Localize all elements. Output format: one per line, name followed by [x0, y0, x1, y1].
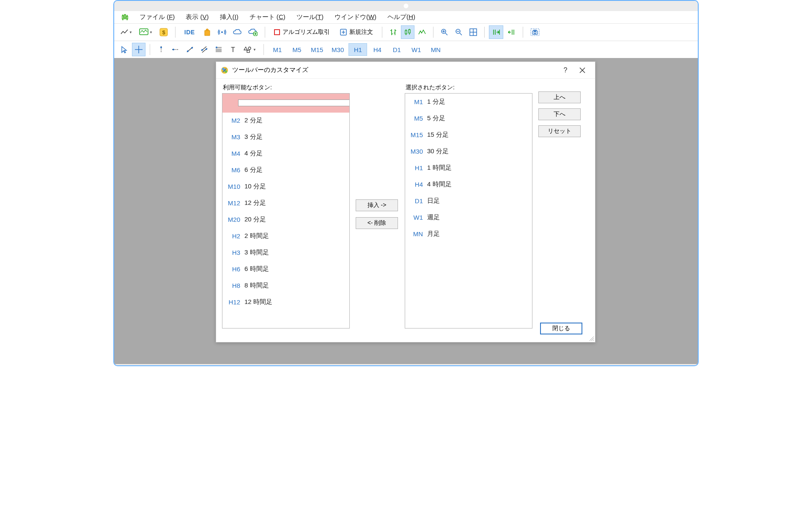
- available-listbox[interactable]: M22 分足M33 分足M44 分足M66 分足M1010 分足M1212 分足…: [222, 93, 350, 329]
- timeframe-m5-button[interactable]: M5: [288, 43, 306, 56]
- app-window: ファイル (F) 表示 (V) 挿入(I) チャート (C) ツール(T) ウイ…: [113, 0, 699, 366]
- indicator-button[interactable]: ▼: [136, 25, 156, 39]
- resize-grip[interactable]: [588, 335, 594, 341]
- list-item[interactable]: W1週足: [405, 209, 532, 226]
- item-desc: 30 分足: [425, 147, 449, 155]
- insert-button[interactable]: 挿入 ->: [356, 199, 398, 211]
- list-item[interactable]: M66 分足: [222, 162, 349, 178]
- fibonacci-button[interactable]: [212, 43, 225, 56]
- channel-button[interactable]: [198, 43, 211, 56]
- bar-chart-button[interactable]: [387, 25, 400, 39]
- dollar-button[interactable]: $: [156, 25, 171, 39]
- dialog-close-button[interactable]: [574, 63, 591, 78]
- add-vps-button[interactable]: [245, 25, 261, 39]
- zoom-out-button[interactable]: [452, 25, 466, 39]
- list-item[interactable]: M1010 分足: [222, 178, 349, 195]
- menu-insert[interactable]: 挿入(I): [220, 13, 239, 21]
- item-code: M30: [407, 148, 425, 155]
- list-item[interactable]: H33 時間足: [222, 244, 349, 261]
- svg-point-74: [225, 70, 227, 73]
- svg-rect-26: [405, 30, 407, 34]
- reset-button[interactable]: リセット: [538, 125, 581, 137]
- svg-rect-29: [409, 30, 410, 33]
- list-item[interactable]: M3030 分足: [405, 143, 532, 160]
- menu-view[interactable]: 表示 (V): [186, 13, 208, 21]
- list-item[interactable]: H88 時間足: [222, 277, 349, 294]
- objects-button[interactable]: ▼: [241, 43, 259, 56]
- list-item[interactable]: H1212 時間足: [222, 294, 349, 310]
- candle-chart-button[interactable]: [401, 25, 414, 39]
- market-button[interactable]: [200, 25, 214, 39]
- horizontal-line-button[interactable]: [169, 43, 182, 56]
- ide-button[interactable]: IDE: [180, 25, 200, 39]
- menu-help[interactable]: ヘルプ(H): [387, 13, 415, 21]
- menu-file[interactable]: ファイル (F): [140, 13, 175, 21]
- tile-button[interactable]: [466, 25, 480, 39]
- list-item[interactable]: M1515 分足: [405, 127, 532, 143]
- list-item[interactable]: MN月足: [405, 226, 532, 242]
- timeframe-mn-button[interactable]: MN: [426, 43, 445, 56]
- menu-tools[interactable]: ツール(T): [296, 13, 324, 21]
- vps-button[interactable]: [230, 25, 244, 39]
- zoom-in-button[interactable]: [438, 25, 451, 39]
- window-titlebar: [114, 1, 698, 11]
- toolbar-drawing: T ▼ M1M5M15M30H1H4D1W1MN: [114, 41, 698, 58]
- list-item[interactable]: M11 分足: [405, 94, 532, 110]
- fibo-icon: [215, 46, 222, 53]
- trendline-button[interactable]: [183, 43, 197, 56]
- cursor-button[interactable]: [118, 43, 131, 56]
- list-item[interactable]: M2020 分足: [222, 211, 349, 228]
- item-code: M20: [224, 216, 243, 223]
- shift-right-icon: [492, 28, 500, 36]
- vertical-line-button[interactable]: [154, 43, 168, 56]
- list-item[interactable]: M1212 分足: [222, 195, 349, 211]
- item-desc: 月足: [425, 230, 440, 238]
- list-item[interactable]: H22 時間足: [222, 228, 349, 244]
- item-code: H3: [224, 249, 243, 256]
- item-desc: 20 分足: [243, 215, 266, 224]
- timeframe-d1-button[interactable]: D1: [387, 43, 406, 56]
- crosshair-button[interactable]: [132, 43, 145, 56]
- timeframe-m15-button[interactable]: M15: [307, 43, 327, 56]
- list-item[interactable]: H44 時間足: [405, 176, 532, 193]
- selected-listbox[interactable]: M11 分足M55 分足M1515 分足M3030 分足H11 時間足H44 時…: [405, 93, 532, 329]
- list-item[interactable]: H11 時間足: [405, 160, 532, 176]
- remove-button[interactable]: <- 削除: [356, 217, 398, 229]
- up-button[interactable]: 上へ: [538, 91, 581, 103]
- list-item[interactable]: D1日足: [405, 193, 532, 209]
- chart-type-button[interactable]: ▼: [118, 25, 135, 39]
- item-desc: 4 分足: [243, 149, 263, 157]
- item-code: M12: [224, 199, 243, 207]
- timeframe-m30-button[interactable]: M30: [328, 43, 348, 56]
- timeframe-h1-button[interactable]: H1: [348, 43, 367, 56]
- list-item[interactable]: M33 分足: [222, 129, 349, 145]
- screenshot-button[interactable]: [527, 25, 543, 39]
- menu-chart[interactable]: チャート (C): [250, 13, 285, 21]
- close-button[interactable]: 閉じる: [540, 323, 582, 334]
- signal-button[interactable]: [215, 25, 229, 39]
- svg-rect-0: [122, 16, 123, 19]
- shapes-icon: [244, 46, 252, 53]
- timeframe-w1-button[interactable]: W1: [407, 43, 425, 56]
- item-desc: 1 分足: [425, 98, 445, 106]
- down-button[interactable]: 下へ: [538, 108, 581, 120]
- shift-start-button[interactable]: [504, 25, 518, 39]
- svg-point-73: [222, 68, 225, 70]
- item-code: H12: [224, 298, 243, 306]
- list-item[interactable]: M55 分足: [405, 110, 532, 127]
- timeframe-m1-button[interactable]: M1: [268, 43, 287, 56]
- text-button[interactable]: T: [226, 43, 240, 56]
- timeframe-h4-button[interactable]: H4: [368, 43, 387, 56]
- shift-end-button[interactable]: [489, 25, 503, 39]
- line-chart-button[interactable]: [415, 25, 429, 39]
- grid-icon: [469, 28, 477, 36]
- algo-trading-button[interactable]: アルゴリズム取引: [269, 25, 335, 39]
- list-item[interactable]: H66 時間足: [222, 261, 349, 277]
- list-item[interactable]: M22 分足: [222, 112, 349, 129]
- dialog-help-button[interactable]: ?: [557, 63, 574, 78]
- svg-rect-16: [274, 30, 280, 35]
- new-order-button[interactable]: 新規注文: [335, 25, 378, 39]
- highlighted-separator-row[interactable]: [222, 93, 350, 113]
- list-item[interactable]: M44 分足: [222, 145, 349, 162]
- menu-window[interactable]: ウインドウ(W): [335, 13, 376, 21]
